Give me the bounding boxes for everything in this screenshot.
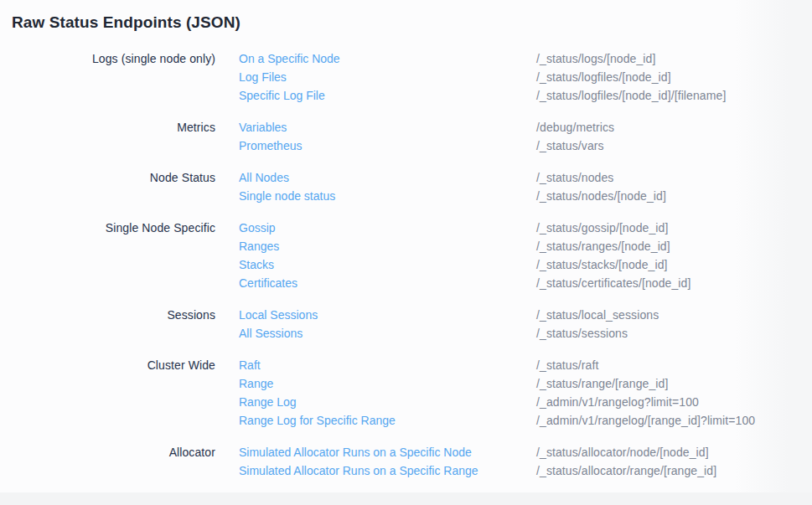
endpoint-link-cell: Single node status bbox=[215, 187, 536, 205]
endpoint-link[interactable]: Certificates bbox=[239, 276, 297, 290]
endpoint-row: Prometheus /_status/vars bbox=[0, 137, 812, 155]
endpoint-link[interactable]: Raft bbox=[239, 358, 261, 372]
endpoint-row: Single Node Specific Gossip /_status/gos… bbox=[0, 219, 812, 237]
endpoint-link[interactable]: Range Log for Specific Range bbox=[239, 414, 396, 427]
endpoint-row: All Sessions /_status/sessions bbox=[0, 324, 812, 343]
endpoint-section: Sessions Local Sessions /_status/local_s… bbox=[0, 306, 812, 343]
endpoint-path: /_status/allocator/node/[node_id] bbox=[536, 443, 812, 461]
category-label: Cluster Wide bbox=[0, 356, 215, 374]
endpoint-row: Specific Log File /_status/logfiles/[nod… bbox=[0, 86, 812, 105]
raw-status-endpoints-page: Raw Status Endpoints (JSON) Logs (single… bbox=[0, 0, 812, 480]
endpoint-link-cell: Certificates bbox=[215, 274, 536, 292]
endpoint-path: /_status/logfiles/[node_id] bbox=[536, 68, 812, 86]
category-label: Single Node Specific bbox=[0, 219, 215, 237]
category-label: Node Status bbox=[0, 168, 215, 187]
endpoint-section: Allocator Simulated Allocator Runs on a … bbox=[0, 443, 812, 480]
category-label: Allocator bbox=[0, 443, 215, 461]
endpoint-link-cell: Prometheus bbox=[215, 137, 536, 155]
endpoint-link[interactable]: All Nodes bbox=[239, 171, 289, 184]
endpoint-link-cell: Range bbox=[215, 374, 536, 393]
endpoint-link[interactable]: All Sessions bbox=[239, 327, 303, 340]
endpoint-link-cell: On a Specific Node bbox=[215, 49, 536, 68]
endpoint-link-cell: All Nodes bbox=[215, 168, 536, 187]
endpoint-path: /_status/stacks/[node_id] bbox=[536, 255, 812, 274]
endpoint-link-cell: Simulated Allocator Runs on a Specific R… bbox=[215, 461, 536, 480]
endpoint-row: Range Log for Specific Range /_admin/v1/… bbox=[0, 411, 812, 430]
endpoint-path: /_status/logfiles/[node_id]/[filename] bbox=[536, 86, 812, 105]
endpoint-section: Metrics Variables /debug/metrics Prometh… bbox=[0, 118, 812, 155]
category-label: Sessions bbox=[0, 306, 215, 324]
endpoint-path: /_status/gossip/[node_id] bbox=[536, 219, 812, 237]
endpoint-row: Range Log /_admin/v1/rangelog?limit=100 bbox=[0, 393, 812, 411]
endpoint-row: Allocator Simulated Allocator Runs on a … bbox=[0, 443, 812, 461]
endpoint-row: Range /_status/range/[range_id] bbox=[0, 374, 812, 393]
endpoint-section: Node Status All Nodes /_status/nodes Sin… bbox=[0, 168, 812, 205]
endpoint-row: Sessions Local Sessions /_status/local_s… bbox=[0, 306, 812, 324]
endpoint-link-cell: Local Sessions bbox=[215, 306, 536, 324]
endpoint-row: Stacks /_status/stacks/[node_id] bbox=[0, 255, 812, 274]
endpoint-link-cell: Log Files bbox=[215, 68, 536, 86]
endpoint-link-cell: Raft bbox=[215, 356, 536, 374]
endpoint-path: /_admin/v1/rangelog?limit=100 bbox=[536, 393, 812, 411]
endpoint-link-cell: Range Log bbox=[215, 393, 536, 411]
endpoint-link[interactable]: Simulated Allocator Runs on a Specific R… bbox=[239, 464, 478, 477]
endpoint-section: Logs (single node only) On a Specific No… bbox=[0, 49, 812, 105]
category-label: Metrics bbox=[0, 118, 215, 137]
endpoint-link-cell: Simulated Allocator Runs on a Specific N… bbox=[215, 443, 536, 461]
endpoint-path: /debug/metrics bbox=[536, 118, 812, 137]
endpoint-row: Cluster Wide Raft /_status/raft bbox=[0, 356, 812, 374]
endpoint-row: Ranges /_status/ranges/[node_id] bbox=[0, 237, 812, 255]
endpoint-link[interactable]: Stacks bbox=[239, 258, 274, 271]
endpoint-path: /_status/ranges/[node_id] bbox=[536, 237, 812, 255]
endpoint-link[interactable]: Specific Log File bbox=[239, 89, 325, 102]
page-background-bottom-strip bbox=[0, 492, 812, 505]
endpoint-link[interactable]: Gossip bbox=[239, 221, 276, 234]
endpoint-path: /_status/nodes bbox=[536, 168, 812, 187]
endpoint-link-cell: Specific Log File bbox=[215, 86, 536, 105]
endpoint-link[interactable]: Simulated Allocator Runs on a Specific N… bbox=[239, 446, 472, 459]
endpoint-row: Simulated Allocator Runs on a Specific R… bbox=[0, 461, 812, 480]
endpoint-link[interactable]: Variables bbox=[239, 121, 287, 134]
endpoint-section: Single Node Specific Gossip /_status/gos… bbox=[0, 219, 812, 292]
endpoint-link-cell: All Sessions bbox=[215, 324, 536, 343]
endpoint-link[interactable]: Single node status bbox=[239, 189, 335, 203]
endpoint-link-cell: Stacks bbox=[215, 255, 536, 274]
endpoint-sections: Logs (single node only) On a Specific No… bbox=[0, 49, 812, 480]
endpoint-link[interactable]: Log Files bbox=[239, 70, 287, 84]
endpoint-path: /_admin/v1/rangelog/[range_id]?limit=100 bbox=[536, 411, 812, 430]
endpoint-link[interactable]: Range bbox=[239, 377, 273, 390]
endpoint-row: Logs (single node only) On a Specific No… bbox=[0, 49, 812, 68]
endpoint-link-cell: Ranges bbox=[215, 237, 536, 255]
page-title: Raw Status Endpoints (JSON) bbox=[12, 13, 812, 33]
category-label: Logs (single node only) bbox=[0, 49, 215, 68]
endpoint-path: /_status/range/[range_id] bbox=[536, 374, 812, 393]
endpoint-link[interactable]: Ranges bbox=[239, 240, 279, 253]
endpoint-row: Node Status All Nodes /_status/nodes bbox=[0, 168, 812, 187]
endpoint-section: Cluster Wide Raft /_status/raft Range /_… bbox=[0, 356, 812, 430]
endpoint-path: /_status/sessions bbox=[536, 324, 812, 343]
endpoint-path: /_status/allocator/range/[range_id] bbox=[536, 461, 812, 480]
endpoint-row: Certificates /_status/certificates/[node… bbox=[0, 274, 812, 292]
endpoint-link-cell: Gossip bbox=[215, 219, 536, 237]
endpoint-link-cell: Variables bbox=[215, 118, 536, 137]
endpoint-path: /_status/raft bbox=[536, 356, 812, 374]
endpoint-path: /_status/nodes/[node_id] bbox=[536, 187, 812, 205]
endpoint-link[interactable]: On a Specific Node bbox=[239, 52, 340, 65]
endpoint-link-cell: Range Log for Specific Range bbox=[215, 411, 536, 430]
endpoint-row: Single node status /_status/nodes/[node_… bbox=[0, 187, 812, 205]
endpoint-path: /_status/local_sessions bbox=[536, 306, 812, 324]
endpoint-link[interactable]: Prometheus bbox=[239, 139, 302, 152]
endpoint-row: Metrics Variables /debug/metrics bbox=[0, 118, 812, 137]
endpoint-link[interactable]: Range Log bbox=[239, 395, 297, 409]
endpoint-path: /_status/certificates/[node_id] bbox=[536, 274, 812, 292]
endpoint-link[interactable]: Local Sessions bbox=[239, 308, 318, 322]
endpoint-path: /_status/vars bbox=[536, 137, 812, 155]
endpoint-row: Log Files /_status/logfiles/[node_id] bbox=[0, 68, 812, 86]
endpoint-path: /_status/logs/[node_id] bbox=[536, 49, 812, 68]
